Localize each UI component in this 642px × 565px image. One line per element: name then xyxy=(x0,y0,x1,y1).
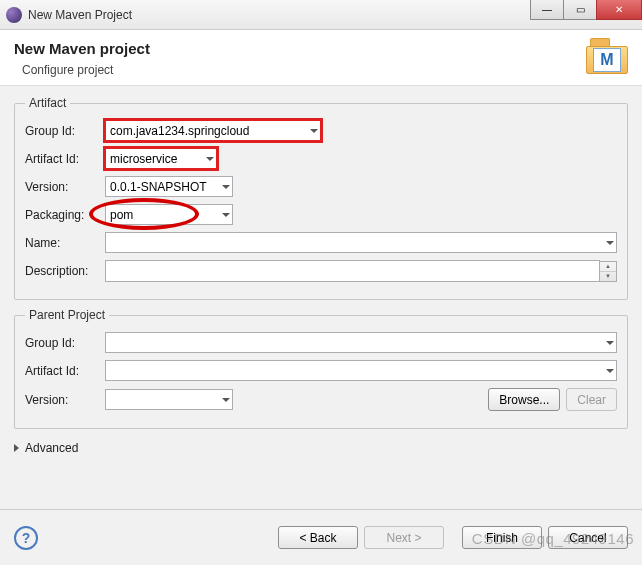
page-title: New Maven project xyxy=(14,40,628,57)
name-label: Name: xyxy=(25,236,105,250)
description-field[interactable] xyxy=(105,260,600,282)
group-id-field[interactable]: com.java1234.springcloud xyxy=(105,120,321,141)
packaging-value: pom xyxy=(110,208,133,222)
artifact-id-value: microservice xyxy=(110,152,177,166)
chevron-down-icon xyxy=(222,398,230,402)
chevron-down-icon xyxy=(606,369,614,373)
artifact-id-label: Artifact Id: xyxy=(25,152,105,166)
app-icon xyxy=(6,7,22,23)
version-field[interactable]: 0.0.1-SNAPSHOT xyxy=(105,176,233,197)
spinner-up-icon[interactable]: ▲ xyxy=(600,262,616,272)
close-button[interactable]: ✕ xyxy=(596,0,642,20)
parent-artifact-id-field[interactable] xyxy=(105,360,617,381)
help-icon[interactable]: ? xyxy=(14,526,38,550)
group-id-value: com.java1234.springcloud xyxy=(110,124,249,138)
spinner-down-icon[interactable]: ▼ xyxy=(600,272,616,281)
artifact-legend: Artifact xyxy=(25,96,70,110)
chevron-down-icon xyxy=(606,341,614,345)
chevron-down-icon xyxy=(222,185,230,189)
chevron-down-icon xyxy=(310,129,318,133)
maximize-button[interactable]: ▭ xyxy=(563,0,597,20)
parent-artifact-id-label: Artifact Id: xyxy=(25,364,105,378)
clear-button[interactable]: Clear xyxy=(566,388,617,411)
artifact-id-field[interactable]: microservice xyxy=(105,148,217,169)
parent-legend: Parent Project xyxy=(25,308,109,322)
triangle-right-icon xyxy=(14,444,19,452)
name-field[interactable] xyxy=(105,232,617,253)
next-button[interactable]: Next > xyxy=(364,526,444,549)
maven-icon: M xyxy=(586,38,628,74)
cancel-button[interactable]: Cancel xyxy=(548,526,628,549)
parent-version-label: Version: xyxy=(25,393,105,407)
wizard-footer: ? < Back Next > Finish Cancel xyxy=(0,509,642,565)
description-label: Description: xyxy=(25,264,105,278)
page-subtitle: Configure project xyxy=(22,63,628,77)
chevron-down-icon xyxy=(222,213,230,217)
finish-button[interactable]: Finish xyxy=(462,526,542,549)
packaging-field[interactable]: pom xyxy=(105,204,233,225)
parent-project-group: Parent Project Group Id: Artifact Id: Ve… xyxy=(14,308,628,429)
packaging-label: Packaging: xyxy=(25,208,105,222)
version-value: 0.0.1-SNAPSHOT xyxy=(110,180,207,194)
browse-button[interactable]: Browse... xyxy=(488,388,560,411)
minimize-button[interactable]: — xyxy=(530,0,564,20)
chevron-down-icon xyxy=(606,241,614,245)
window-title: New Maven Project xyxy=(28,8,132,22)
parent-version-field[interactable] xyxy=(105,389,233,410)
description-spinner[interactable]: ▲ ▼ xyxy=(600,261,617,282)
wizard-header: New Maven project Configure project M xyxy=(0,30,642,86)
chevron-down-icon xyxy=(206,157,214,161)
titlebar: New Maven Project — ▭ ✕ xyxy=(0,0,642,30)
advanced-label: Advanced xyxy=(25,441,78,455)
parent-group-id-field[interactable] xyxy=(105,332,617,353)
version-label: Version: xyxy=(25,180,105,194)
group-id-label: Group Id: xyxy=(25,124,105,138)
window-controls: — ▭ ✕ xyxy=(531,0,642,20)
back-button[interactable]: < Back xyxy=(278,526,358,549)
parent-group-id-label: Group Id: xyxy=(25,336,105,350)
artifact-group: Artifact Group Id: com.java1234.springcl… xyxy=(14,96,628,300)
wizard-content: Artifact Group Id: com.java1234.springcl… xyxy=(0,86,642,526)
advanced-toggle[interactable]: Advanced xyxy=(14,441,628,455)
